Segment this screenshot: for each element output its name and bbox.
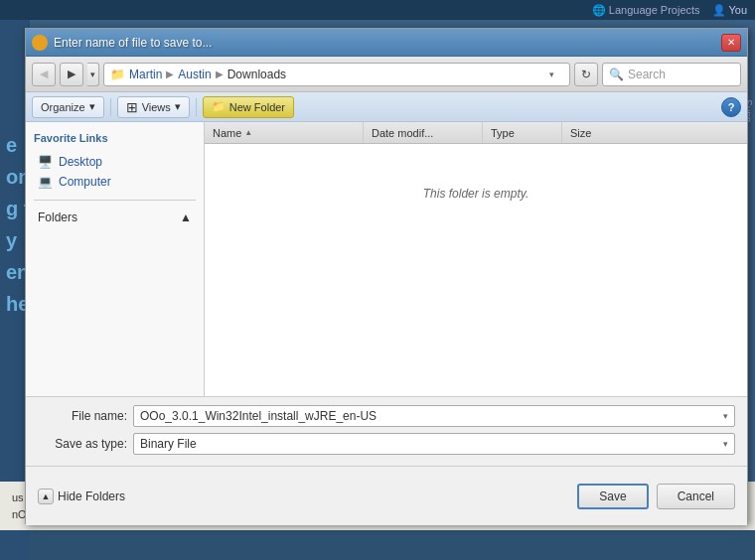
column-name[interactable]: Name ▲ (205, 122, 364, 143)
column-type[interactable]: Type (483, 122, 562, 143)
cancel-button[interactable]: Cancel (657, 484, 735, 509)
main-area: Favorite Links 🖥️ Desktop 💻 Computer Fol… (26, 122, 747, 396)
filename-row: File name: OOo_3.0.1_Win32Intel_install_… (38, 405, 735, 427)
organize-button[interactable]: Organize ▾ (32, 96, 104, 118)
views-dropdown-icon: ▾ (175, 100, 181, 113)
filename-dropdown-arrow[interactable]: ▾ (723, 411, 728, 421)
breadcrumb-icon: 📁 (110, 68, 125, 81)
close-button[interactable]: ✕ (721, 34, 741, 52)
toolbar: Organize ▾ ⊞ Views ▾ 📁 New Folder ? (26, 92, 747, 122)
sidebar-item-computer-label: Computer (59, 175, 111, 189)
sidebar-item-desktop[interactable]: 🖥️ Desktop (34, 152, 196, 172)
toolbar-separator (110, 98, 111, 116)
filetype-label: Save as type: (38, 437, 127, 451)
breadcrumb-dropdown-arrow[interactable]: ▾ (549, 70, 563, 79)
nav-bar: ◀ ▶ ▾ 📁 Martin ▶ Austin ▶ Downloads ▾ ↻ … (26, 57, 747, 92)
filetype-dropdown-arrow[interactable]: ▾ (723, 439, 728, 449)
folders-section: Folders ▲ (34, 200, 196, 226)
organize-dropdown-icon: ▾ (89, 100, 95, 113)
new-folder-label: New Folder (229, 101, 285, 113)
desktop-icon: 🖥️ (38, 155, 53, 169)
views-grid-icon: ⊞ (126, 99, 138, 115)
folders-collapse-icon: ▲ (180, 210, 192, 224)
save-button[interactable]: Save (577, 484, 648, 509)
user-label: 👤 You (712, 4, 747, 17)
computer-icon: 💻 (38, 175, 53, 189)
forward-button[interactable]: ▶ (60, 63, 83, 86)
sidebar: Favorite Links 🖥️ Desktop 💻 Computer Fol… (26, 122, 205, 396)
breadcrumb-austin[interactable]: Austin (178, 68, 211, 81)
new-folder-icon: 📁 (212, 100, 226, 113)
hide-folders-button[interactable]: ▲ Hide Folders (38, 489, 125, 504)
bg-top-bar: 🌐 Language Projects 👤 You (0, 0, 755, 20)
breadcrumb-sep2: ▶ (216, 69, 224, 79)
help-button[interactable]: ? (721, 97, 741, 117)
search-box[interactable]: 🔍 Search (602, 63, 741, 86)
breadcrumb-martin[interactable]: Martin (129, 68, 162, 81)
column-size[interactable]: Size (562, 122, 642, 143)
firefox-icon (32, 35, 48, 51)
dialog-title: Enter name of file to save to... (54, 36, 715, 50)
file-list[interactable]: Name ▲ Date modif... Type Size This fold… (205, 122, 747, 396)
search-icon: 🔍 (609, 68, 624, 81)
sort-arrow-name: ▲ (244, 128, 252, 137)
nav-dropdown-button[interactable]: ▾ (87, 63, 99, 86)
breadcrumb[interactable]: 📁 Martin ▶ Austin ▶ Downloads ▾ (103, 63, 570, 86)
file-form: File name: OOo_3.0.1_Win32Intel_install_… (26, 396, 747, 466)
dialog-footer: ▲ Hide Folders Save Cancel (26, 466, 747, 525)
organize-label: Organize (41, 101, 85, 113)
sidebar-item-desktop-label: Desktop (59, 155, 102, 169)
filetype-row: Save as type: Binary File ▾ (38, 433, 735, 455)
filename-input[interactable]: OOo_3.0.1_Win32Intel_install_wJRE_en-US … (133, 405, 735, 427)
dialog-titlebar: Enter name of file to save to... ✕ (26, 29, 747, 57)
new-folder-button[interactable]: 📁 New Folder (203, 96, 294, 118)
filetype-value: Binary File (140, 437, 197, 451)
empty-folder-message: This folder is empty. (205, 144, 747, 243)
views-label: Views (142, 101, 171, 113)
back-button[interactable]: ◀ (32, 63, 56, 86)
language-projects-link[interactable]: 🌐 Language Projects (592, 4, 700, 17)
hide-folders-label: Hide Folders (58, 490, 125, 503)
filetype-select[interactable]: Binary File ▾ (133, 433, 735, 455)
breadcrumb-current: Downloads (227, 68, 286, 81)
refresh-button[interactable]: ↻ (574, 63, 598, 86)
filename-value: OOo_3.0.1_Win32Intel_install_wJRE_en-US (140, 409, 377, 423)
folders-label: Folders (38, 210, 77, 224)
folders-toggle[interactable]: Folders ▲ (34, 209, 196, 226)
hide-folders-icon: ▲ (38, 489, 54, 504)
save-file-dialog: Enter name of file to save to... ✕ ◀ ▶ ▾… (25, 28, 748, 524)
filename-label: File name: (38, 409, 127, 423)
sidebar-item-computer[interactable]: 💻 Computer (34, 172, 196, 192)
views-button[interactable]: ⊞ Views ▾ (117, 96, 190, 118)
favorite-links-title: Favorite Links (34, 132, 196, 144)
column-date[interactable]: Date modif... (364, 122, 483, 143)
breadcrumb-sep1: ▶ (166, 69, 174, 79)
search-placeholder: Search (628, 68, 666, 81)
file-list-header: Name ▲ Date modif... Type Size (205, 122, 747, 144)
toolbar-separator-2 (196, 98, 197, 116)
